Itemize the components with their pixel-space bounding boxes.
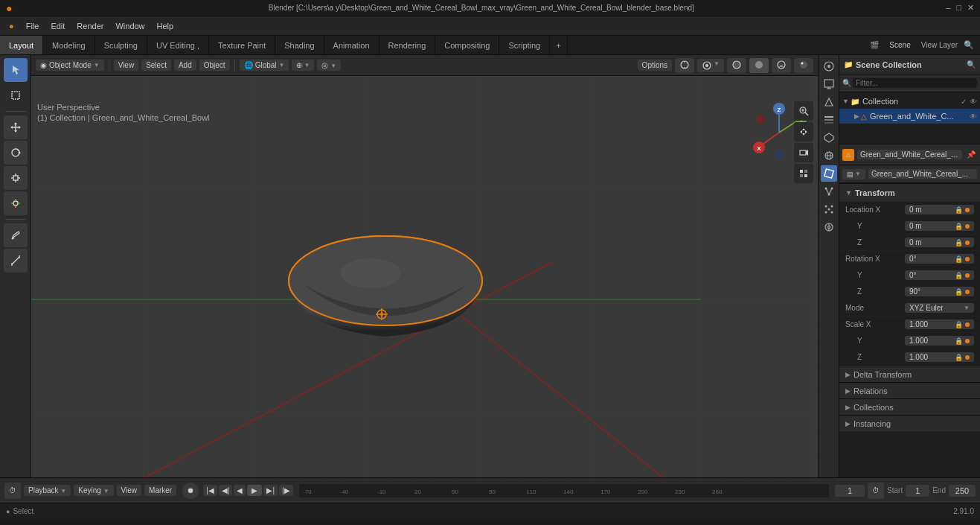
prev-frame-button[interactable]: ◀ xyxy=(234,485,246,496)
tab-texture-paint[interactable]: Texture Paint xyxy=(209,36,275,54)
current-frame-field[interactable]: 1 xyxy=(835,485,865,497)
location-y-lock[interactable]: 🔒 xyxy=(955,223,963,230)
transform-tool[interactable] xyxy=(4,191,28,215)
tab-uv-editing[interactable]: UV Editing , xyxy=(147,36,209,54)
select-box-tool[interactable] xyxy=(4,83,28,107)
location-z-lock[interactable]: 🔒 xyxy=(955,239,963,246)
select-menu[interactable]: Select xyxy=(141,60,171,71)
viewport[interactable]: ◉ Object Mode ▼ View Select Add Object 🌐… xyxy=(31,55,818,477)
zoom-to-fit-icon[interactable] xyxy=(794,101,813,121)
viewport-overlays[interactable]: ▼ xyxy=(697,59,724,72)
frame-end-field[interactable]: 250 xyxy=(949,485,976,497)
props-output-icon[interactable] xyxy=(821,94,837,110)
tab-sculpting[interactable]: Sculpting xyxy=(95,36,147,54)
object-name-field[interactable]: Green_and_White_Cereal_B... xyxy=(857,150,962,159)
data-name-field[interactable]: Green_and_White_Cereal_... xyxy=(868,169,977,179)
menu-blender[interactable]: ● xyxy=(3,20,20,32)
close-button[interactable]: ✕ xyxy=(967,3,974,13)
measure-tool[interactable] xyxy=(4,249,28,273)
location-x-value[interactable]: 0 m 🔒 xyxy=(905,205,974,214)
timeline-mode-icon[interactable]: ⏱ xyxy=(4,483,21,499)
add-workspace-button[interactable]: + xyxy=(550,36,567,54)
props-particles-icon[interactable] xyxy=(821,201,837,217)
collections-section[interactable]: ▶ Collections xyxy=(839,398,980,415)
scale-x-value[interactable]: 1.000 🔒 xyxy=(905,319,974,329)
menu-render[interactable]: Render xyxy=(71,20,109,32)
tab-rendering[interactable]: Rendering xyxy=(379,36,436,54)
bowl-eye-icon[interactable]: 👁 xyxy=(970,112,977,121)
rendered-mode[interactable] xyxy=(794,58,813,73)
outliner-search-input[interactable] xyxy=(853,78,977,88)
frame-start-field[interactable]: 1 xyxy=(906,485,929,497)
menu-edit[interactable]: Edit xyxy=(45,20,71,32)
tab-scripting[interactable]: Scripting xyxy=(499,36,550,54)
minimize-button[interactable]: – xyxy=(946,3,950,13)
instancing-section[interactable]: ▶ Instancing xyxy=(839,415,980,431)
xray-toggle[interactable] xyxy=(727,58,746,73)
annotate-tool[interactable] xyxy=(4,223,28,247)
collection-eye-icon[interactable]: 👁 xyxy=(970,98,977,106)
keyframe-record-button[interactable]: ⏺ xyxy=(182,483,199,499)
scale-tool[interactable] xyxy=(4,166,28,190)
rotate-tool[interactable] xyxy=(4,141,28,165)
rotation-y-value[interactable]: 0° 🔒 xyxy=(905,270,974,280)
props-scene-icon[interactable] xyxy=(821,58,837,74)
props-view-layer-icon[interactable] xyxy=(821,112,837,128)
menu-window[interactable]: Window xyxy=(109,20,150,32)
material-mode[interactable] xyxy=(772,58,791,73)
location-z-value[interactable]: 0 m 🔒 xyxy=(905,238,974,247)
scale-z-lock[interactable]: 🔒 xyxy=(955,354,963,361)
playback-dropdown[interactable]: Playback ▼ xyxy=(24,485,71,496)
viewport-gizmos[interactable] xyxy=(675,58,694,73)
solid-mode[interactable] xyxy=(749,58,769,73)
props-object-icon[interactable] xyxy=(821,165,837,182)
outliner-filter-icon[interactable]: 🔍 xyxy=(967,60,976,69)
props-render-icon[interactable] xyxy=(821,76,837,92)
data-type-dropdown[interactable]: ▤ ▼ xyxy=(842,169,865,179)
relations-section[interactable]: ▶ Relations xyxy=(839,382,980,398)
jump-start-button[interactable]: |◀ xyxy=(203,485,217,496)
props-world-icon[interactable] xyxy=(821,147,837,164)
next-frame-button[interactable]: ▶| xyxy=(263,485,278,496)
scale-y-value[interactable]: 1.000 🔒 xyxy=(905,336,974,346)
rotation-x-lock[interactable]: 🔒 xyxy=(955,255,963,263)
rotation-x-value[interactable]: 0° 🔒 xyxy=(905,254,974,264)
rotation-y-lock[interactable]: 🔒 xyxy=(955,272,963,279)
timeline-scrubber[interactable]: -70 -40 -10 20 50 80 110 140 170 200 230… xyxy=(299,484,829,497)
add-menu[interactable]: Add xyxy=(174,60,196,71)
transform-dropdown[interactable]: 🌐 Global ▼ xyxy=(240,60,289,71)
object-menu[interactable]: Object xyxy=(199,60,230,71)
tab-shading[interactable]: Shading xyxy=(275,36,324,54)
props-physics-icon[interactable] xyxy=(821,219,837,235)
object-mode-dropdown[interactable]: ◉ Object Mode ▼ xyxy=(36,60,104,71)
move-tool[interactable] xyxy=(4,115,28,139)
menu-file[interactable]: File xyxy=(20,20,45,32)
marker-dropdown[interactable]: Marker xyxy=(144,485,176,496)
toggle-view-icon[interactable] xyxy=(794,164,813,183)
next-keyframe-button[interactable]: |▶ xyxy=(279,485,293,496)
options-button[interactable]: Options xyxy=(638,60,672,71)
camera-view-icon[interactable] xyxy=(794,143,813,162)
tree-item-bowl[interactable]: ▶ △ Green_and_White_C... 👁 xyxy=(839,109,980,124)
rotation-mode-value[interactable]: XYZ Euler ▼ xyxy=(905,303,974,313)
delta-transform-section[interactable]: ▶ Delta Transform xyxy=(839,366,980,382)
proportional-edit[interactable]: ◎ ▼ xyxy=(317,60,341,71)
bowl-3d-object[interactable] xyxy=(281,203,490,351)
viewport-content[interactable]: User Perspective (1) Collection | Green_… xyxy=(31,76,818,477)
scale-x-lock[interactable]: 🔒 xyxy=(955,321,963,328)
view-dropdown[interactable]: View xyxy=(117,485,142,496)
view-menu[interactable]: View xyxy=(114,60,139,71)
location-x-lock[interactable]: 🔒 xyxy=(955,206,963,214)
props-scene-data-icon[interactable] xyxy=(821,130,837,146)
tab-layout[interactable]: Layout xyxy=(0,36,43,54)
location-y-value[interactable]: 0 m 🔒 xyxy=(905,221,974,231)
scene-name[interactable]: Scene xyxy=(885,39,915,51)
maximize-button[interactable]: □ xyxy=(956,3,961,13)
tab-compositing[interactable]: Compositing xyxy=(435,36,499,54)
rotation-z-value[interactable]: 90° 🔒 xyxy=(905,287,974,296)
play-button[interactable]: ▶ xyxy=(247,485,262,496)
keying-dropdown[interactable]: Keying ▼ xyxy=(74,485,113,496)
pan-icon[interactable] xyxy=(794,122,813,141)
rotation-z-lock[interactable]: 🔒 xyxy=(955,288,963,296)
scale-y-lock[interactable]: 🔒 xyxy=(955,337,963,345)
